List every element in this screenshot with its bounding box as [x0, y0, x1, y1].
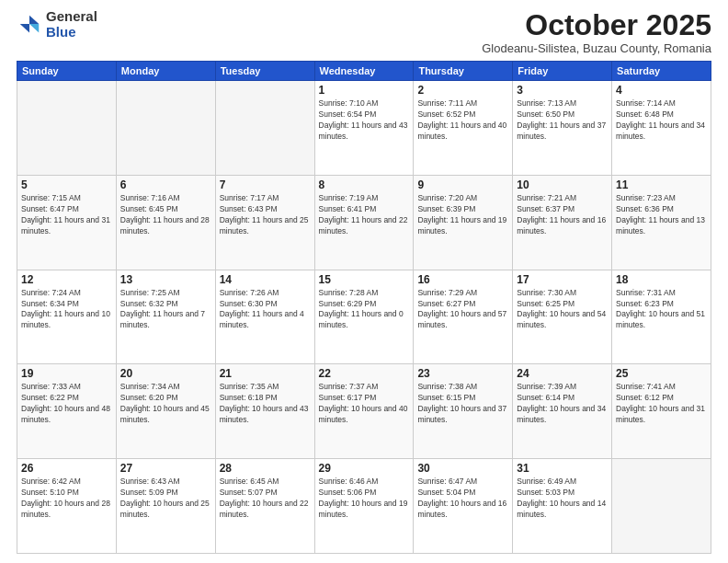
calendar-day-cell: 31Sunrise: 6:49 AMSunset: 5:03 PMDayligh…: [513, 459, 612, 554]
day-number: 2: [417, 84, 508, 97]
calendar-day-cell: 15Sunrise: 7:28 AMSunset: 6:29 PMDayligh…: [314, 270, 414, 364]
day-detail: Sunrise: 6:43 AMSunset: 5:09 PMDaylight:…: [120, 477, 211, 521]
day-number: 21: [220, 367, 311, 380]
day-number: 20: [120, 367, 211, 380]
day-number: 15: [319, 273, 410, 286]
weekday-header: Wednesday: [314, 62, 414, 81]
calendar-week-row: 19Sunrise: 7:33 AMSunset: 6:22 PMDayligh…: [17, 364, 711, 459]
calendar-day-cell: [116, 81, 215, 176]
day-detail: Sunrise: 7:25 AMSunset: 6:32 PMDaylight:…: [120, 288, 211, 332]
day-detail: Sunrise: 7:21 AMSunset: 6:37 PMDaylight:…: [517, 193, 608, 237]
day-detail: Sunrise: 7:16 AMSunset: 6:45 PMDaylight:…: [120, 193, 211, 237]
day-number: 3: [517, 84, 608, 97]
day-detail: Sunrise: 7:26 AMSunset: 6:30 PMDaylight:…: [220, 288, 311, 332]
day-number: 18: [616, 273, 707, 286]
calendar-week-row: 5Sunrise: 7:15 AMSunset: 6:47 PMDaylight…: [17, 175, 711, 270]
calendar-day-cell: [612, 459, 711, 554]
day-detail: Sunrise: 7:19 AMSunset: 6:41 PMDaylight:…: [319, 193, 410, 237]
day-detail: Sunrise: 7:24 AMSunset: 6:34 PMDaylight:…: [21, 288, 112, 332]
day-detail: Sunrise: 6:47 AMSunset: 5:04 PMDaylight:…: [417, 477, 508, 521]
day-number: 19: [21, 367, 112, 380]
calendar-day-cell: 4Sunrise: 7:14 AMSunset: 6:48 PMDaylight…: [612, 81, 711, 176]
calendar-day-cell: 2Sunrise: 7:11 AMSunset: 6:52 PMDaylight…: [414, 81, 513, 176]
calendar-day-cell: 22Sunrise: 7:37 AMSunset: 6:17 PMDayligh…: [314, 364, 414, 459]
day-detail: Sunrise: 6:46 AMSunset: 5:06 PMDaylight:…: [319, 477, 410, 521]
day-detail: Sunrise: 7:37 AMSunset: 6:17 PMDaylight:…: [319, 382, 410, 426]
day-number: 9: [417, 178, 508, 191]
day-number: 22: [319, 367, 410, 380]
calendar-week-row: 1Sunrise: 7:10 AMSunset: 6:54 PMDaylight…: [17, 81, 711, 176]
day-detail: Sunrise: 7:20 AMSunset: 6:39 PMDaylight:…: [417, 193, 508, 237]
day-detail: Sunrise: 7:34 AMSunset: 6:20 PMDaylight:…: [120, 382, 211, 426]
svg-marker-1: [29, 24, 39, 32]
day-number: 25: [616, 367, 707, 380]
day-number: 16: [417, 273, 508, 286]
logo-icon: [17, 12, 42, 38]
calendar-day-cell: 8Sunrise: 7:19 AMSunset: 6:41 PMDaylight…: [314, 175, 414, 270]
day-detail: Sunrise: 7:11 AMSunset: 6:52 PMDaylight:…: [417, 98, 508, 143]
day-detail: Sunrise: 7:15 AMSunset: 6:47 PMDaylight:…: [21, 193, 112, 237]
calendar-day-cell: 30Sunrise: 6:47 AMSunset: 5:04 PMDayligh…: [414, 459, 513, 554]
day-number: 4: [616, 84, 707, 97]
day-detail: Sunrise: 6:45 AMSunset: 5:07 PMDaylight:…: [220, 477, 311, 521]
day-detail: Sunrise: 7:10 AMSunset: 6:54 PMDaylight:…: [319, 98, 410, 143]
day-detail: Sunrise: 7:33 AMSunset: 6:22 PMDaylight:…: [21, 382, 112, 426]
weekday-header: Saturday: [612, 62, 711, 81]
logo: General Blue: [17, 9, 97, 40]
calendar-day-cell: 5Sunrise: 7:15 AMSunset: 6:47 PMDaylight…: [17, 175, 117, 270]
calendar-day-cell: 18Sunrise: 7:31 AMSunset: 6:23 PMDayligh…: [612, 270, 711, 364]
day-number: 31: [517, 462, 608, 475]
calendar-week-row: 12Sunrise: 7:24 AMSunset: 6:34 PMDayligh…: [17, 270, 711, 364]
day-number: 30: [417, 462, 508, 475]
header: General Blue October 2025 Glodeanu-Silis…: [17, 9, 711, 55]
calendar-day-cell: 16Sunrise: 7:29 AMSunset: 6:27 PMDayligh…: [414, 270, 513, 364]
calendar-day-cell: 29Sunrise: 6:46 AMSunset: 5:06 PMDayligh…: [314, 459, 414, 554]
day-number: 24: [517, 367, 608, 380]
calendar-day-cell: 7Sunrise: 7:17 AMSunset: 6:43 PMDaylight…: [215, 175, 314, 270]
calendar-day-cell: 27Sunrise: 6:43 AMSunset: 5:09 PMDayligh…: [116, 459, 215, 554]
day-number: 27: [120, 462, 211, 475]
day-number: 7: [220, 178, 311, 191]
subtitle: Glodeanu-Silistea, Buzau County, Romania: [482, 41, 711, 55]
calendar-day-cell: 14Sunrise: 7:26 AMSunset: 6:30 PMDayligh…: [215, 270, 314, 364]
calendar-day-cell: 17Sunrise: 7:30 AMSunset: 6:25 PMDayligh…: [513, 270, 612, 364]
day-detail: Sunrise: 7:35 AMSunset: 6:18 PMDaylight:…: [220, 382, 311, 426]
day-detail: Sunrise: 7:17 AMSunset: 6:43 PMDaylight:…: [220, 193, 311, 237]
svg-marker-0: [29, 15, 39, 23]
day-number: 11: [616, 178, 707, 191]
weekday-header: Sunday: [17, 62, 117, 81]
calendar-day-cell: 24Sunrise: 7:39 AMSunset: 6:14 PMDayligh…: [513, 364, 612, 459]
logo-general: General: [46, 9, 97, 25]
logo-blue-text: Blue: [46, 25, 97, 40]
calendar-day-cell: 19Sunrise: 7:33 AMSunset: 6:22 PMDayligh…: [17, 364, 117, 459]
calendar-day-cell: 6Sunrise: 7:16 AMSunset: 6:45 PMDaylight…: [116, 175, 215, 270]
calendar-day-cell: 10Sunrise: 7:21 AMSunset: 6:37 PMDayligh…: [513, 175, 612, 270]
day-detail: Sunrise: 7:23 AMSunset: 6:36 PMDaylight:…: [616, 193, 707, 237]
day-detail: Sunrise: 7:13 AMSunset: 6:50 PMDaylight:…: [517, 98, 608, 143]
day-number: 28: [220, 462, 311, 475]
calendar-day-cell: [17, 81, 117, 176]
day-number: 6: [120, 178, 211, 191]
page: General Blue October 2025 Glodeanu-Silis…: [0, 0, 728, 563]
day-number: 1: [319, 84, 410, 97]
calendar-day-cell: 9Sunrise: 7:20 AMSunset: 6:39 PMDaylight…: [414, 175, 513, 270]
calendar-day-cell: 13Sunrise: 7:25 AMSunset: 6:32 PMDayligh…: [116, 270, 215, 364]
calendar-day-cell: 1Sunrise: 7:10 AMSunset: 6:54 PMDaylight…: [314, 81, 414, 176]
logo-text: General Blue: [46, 9, 97, 40]
calendar-header-row: SundayMondayTuesdayWednesdayThursdayFrid…: [17, 62, 711, 81]
calendar-day-cell: [215, 81, 314, 176]
day-number: 8: [319, 178, 410, 191]
day-detail: Sunrise: 7:30 AMSunset: 6:25 PMDaylight:…: [517, 288, 608, 332]
calendar-day-cell: 26Sunrise: 6:42 AMSunset: 5:10 PMDayligh…: [17, 459, 117, 554]
weekday-header: Thursday: [414, 62, 513, 81]
calendar-day-cell: 20Sunrise: 7:34 AMSunset: 6:20 PMDayligh…: [116, 364, 215, 459]
day-detail: Sunrise: 6:42 AMSunset: 5:10 PMDaylight:…: [21, 477, 112, 521]
day-detail: Sunrise: 6:49 AMSunset: 5:03 PMDaylight:…: [517, 477, 608, 521]
calendar-table: SundayMondayTuesdayWednesdayThursdayFrid…: [17, 61, 711, 554]
calendar-day-cell: 3Sunrise: 7:13 AMSunset: 6:50 PMDaylight…: [513, 81, 612, 176]
day-number: 5: [21, 178, 112, 191]
day-number: 29: [319, 462, 410, 475]
day-number: 23: [417, 367, 508, 380]
calendar-day-cell: 21Sunrise: 7:35 AMSunset: 6:18 PMDayligh…: [215, 364, 314, 459]
day-number: 26: [21, 462, 112, 475]
